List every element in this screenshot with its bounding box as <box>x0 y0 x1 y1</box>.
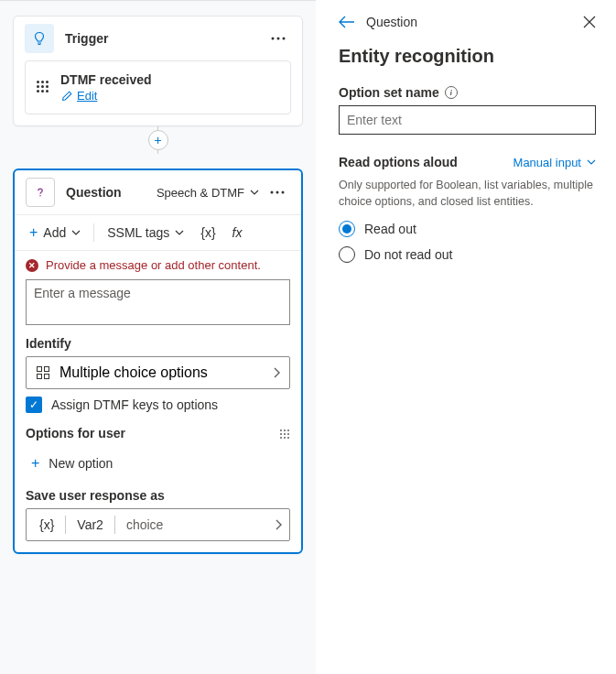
info-icon[interactable]: i <box>445 86 458 99</box>
svg-point-11 <box>280 429 282 431</box>
trigger-title: Trigger <box>65 31 265 46</box>
breadcrumb: Question <box>366 15 417 29</box>
variable-type: choice <box>121 516 168 534</box>
chevron-right-icon <box>274 367 280 378</box>
more-icon <box>270 190 285 194</box>
pencil-icon <box>60 90 73 103</box>
question-title: Question <box>66 185 157 200</box>
grip-icon[interactable] <box>279 429 290 440</box>
svg-point-19 <box>287 437 289 439</box>
svg-point-5 <box>276 191 279 194</box>
svg-point-6 <box>282 191 285 194</box>
svg-point-1 <box>277 38 280 40</box>
option-set-name-label: Option set name i <box>339 85 596 100</box>
add-node-button[interactable]: + <box>148 130 168 150</box>
svg-rect-9 <box>38 375 42 379</box>
plus-icon: + <box>29 224 38 241</box>
question-card: Question Speech & DTMF + Add SSML tags {… <box>13 168 303 554</box>
svg-point-16 <box>287 433 289 435</box>
read-options-label: Read options aloud <box>339 155 458 169</box>
error-text: Provide a message or add other content. <box>46 258 261 272</box>
svg-point-15 <box>284 433 286 435</box>
help-text: Only supported for Boolean, list variabl… <box>339 177 596 210</box>
dtmf-title: DTMF received <box>60 72 152 87</box>
dtmf-received-item[interactable]: DTMF received Edit <box>25 60 291 114</box>
more-icon <box>271 37 286 40</box>
svg-point-4 <box>271 191 274 194</box>
radio-read-out-label: Read out <box>364 222 416 236</box>
options-icon <box>36 365 50 380</box>
add-button[interactable]: + Add <box>24 221 86 245</box>
svg-point-17 <box>280 437 282 439</box>
svg-point-13 <box>287 429 289 431</box>
plus-icon: + <box>31 455 39 472</box>
new-option-button[interactable]: + New option <box>15 446 301 484</box>
mode-dropdown[interactable]: Speech & DTMF <box>157 186 259 200</box>
close-icon <box>583 16 596 28</box>
chevron-down-icon <box>71 230 81 235</box>
svg-point-0 <box>272 38 275 40</box>
ssml-tags-button[interactable]: SSML tags <box>102 222 189 244</box>
fx-button[interactable]: fx <box>227 222 248 244</box>
add-label: Add <box>43 225 66 240</box>
chevron-down-icon <box>175 230 184 235</box>
more-button[interactable] <box>265 190 290 194</box>
mode-label: Speech & DTMF <box>157 186 244 200</box>
identify-value: Multiple choice options <box>59 364 208 381</box>
option-set-name-input[interactable] <box>339 105 596 135</box>
svg-point-2 <box>283 38 286 40</box>
ssml-label: SSML tags <box>107 225 169 240</box>
svg-point-14 <box>280 433 282 435</box>
svg-point-18 <box>284 437 286 439</box>
new-option-label: New option <box>49 456 113 471</box>
question-icon <box>26 178 55 207</box>
radio-do-not-label: Do not read out <box>364 247 453 262</box>
drag-handle-icon[interactable] <box>37 81 51 95</box>
trigger-card: Trigger DTMF received Edit <box>13 16 303 126</box>
chevron-right-icon <box>276 519 282 530</box>
radio-checked-icon <box>339 221 355 237</box>
error-message: ✕ Provide a message or add other content… <box>15 251 301 276</box>
manual-input-link[interactable]: Manual input <box>513 156 596 169</box>
error-icon: ✕ <box>26 259 38 272</box>
variable-name: Var2 <box>71 516 109 534</box>
variable-icon: {x} <box>200 225 215 240</box>
assign-dtmf-label: Assign DTMF keys to options <box>51 397 218 412</box>
radio-read-out[interactable]: Read out <box>339 221 596 237</box>
fx-icon: fx <box>232 225 243 240</box>
save-variable-select[interactable]: {x} Var2 choice <box>26 508 290 541</box>
save-response-label: Save user response as <box>15 488 301 503</box>
manual-input-label: Manual input <box>513 156 581 169</box>
chevron-down-icon <box>250 190 259 195</box>
checkbox-checked-icon: ✓ <box>26 397 42 413</box>
identify-label: Identify <box>15 336 301 351</box>
svg-rect-8 <box>45 367 49 372</box>
svg-rect-10 <box>45 375 49 379</box>
panel-title: Entity recognition <box>339 46 596 67</box>
svg-point-12 <box>284 429 286 431</box>
lightbulb-icon <box>25 24 54 53</box>
chevron-down-icon <box>587 159 596 165</box>
edit-label: Edit <box>77 89 97 103</box>
identify-select[interactable]: Multiple choice options <box>26 356 290 389</box>
back-button[interactable] <box>339 16 355 28</box>
close-button[interactable] <box>583 16 596 28</box>
radio-unchecked-icon <box>339 246 355 263</box>
connector: + <box>0 126 316 154</box>
variable-button[interactable]: {x} <box>195 222 221 244</box>
radio-do-not-read[interactable]: Do not read out <box>339 246 596 263</box>
assign-dtmf-checkbox[interactable]: ✓ Assign DTMF keys to options <box>15 397 301 422</box>
properties-panel: Question Entity recognition Option set n… <box>319 0 616 674</box>
svg-rect-7 <box>38 367 42 372</box>
message-input[interactable]: Enter a message <box>26 279 290 325</box>
edit-link[interactable]: Edit <box>60 89 152 103</box>
variable-icon: {x} <box>34 517 59 532</box>
svg-point-3 <box>39 195 41 197</box>
options-label: Options for user <box>26 426 125 440</box>
arrow-left-icon <box>339 16 355 28</box>
more-button[interactable] <box>265 37 291 40</box>
